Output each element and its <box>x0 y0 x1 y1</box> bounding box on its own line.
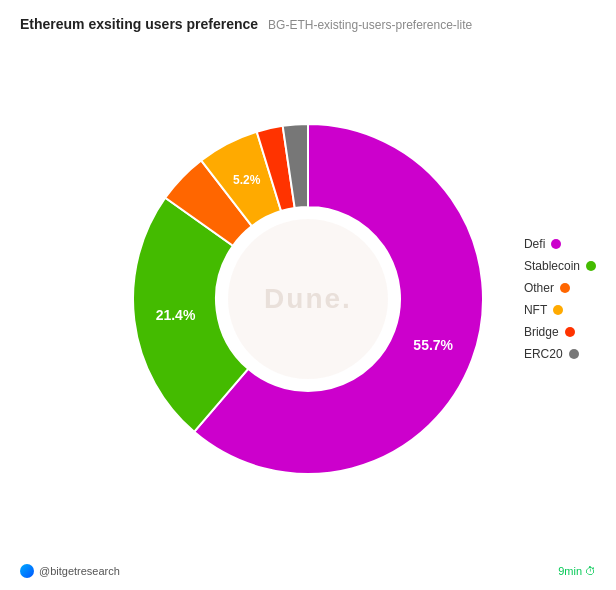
legend-label-other: Other <box>524 281 554 295</box>
legend-dot-other <box>560 283 570 293</box>
legend-item-nft: NFT <box>524 303 596 317</box>
legend-label-nft: NFT <box>524 303 547 317</box>
brand-credit: @bitgetresearch <box>20 564 120 578</box>
chart-area: 55.7%21.4%5.2% Dune. DefiStablecoinOther… <box>20 42 596 556</box>
brand-text: @bitgetresearch <box>39 565 120 577</box>
donut-chart: 55.7%21.4%5.2% Dune. <box>118 109 498 489</box>
legend-item-bridge: Bridge <box>524 325 596 339</box>
legend-item-erc20: ERC20 <box>524 347 596 361</box>
brand-icon <box>20 564 34 578</box>
time-badge: 9min ⏱ <box>558 565 596 577</box>
legend-dot-defi <box>551 239 561 249</box>
legend-dot-erc20 <box>569 349 579 359</box>
svg-point-1 <box>228 219 388 379</box>
chart-legend: DefiStablecoinOtherNFTBridgeERC20 <box>524 237 596 361</box>
chart-header: Ethereum exsiting users preference BG-ET… <box>20 16 596 32</box>
legend-item-stablecoin: Stablecoin <box>524 259 596 273</box>
chart-footer: @bitgetresearch 9min ⏱ <box>20 564 596 578</box>
legend-item-defi: Defi <box>524 237 596 251</box>
label-stablecoin: 21.4% <box>156 307 196 323</box>
chart-title: Ethereum exsiting users preference <box>20 16 258 32</box>
chart-subtitle: BG-ETH-existing-users-preference-lite <box>268 18 472 32</box>
legend-label-defi: Defi <box>524 237 545 251</box>
page-container: Ethereum exsiting users preference BG-ET… <box>0 0 616 590</box>
legend-dot-bridge <box>565 327 575 337</box>
legend-item-other: Other <box>524 281 596 295</box>
legend-label-bridge: Bridge <box>524 325 559 339</box>
legend-dot-nft <box>553 305 563 315</box>
legend-label-erc20: ERC20 <box>524 347 563 361</box>
donut-svg: 55.7%21.4%5.2% <box>118 109 498 489</box>
legend-label-stablecoin: Stablecoin <box>524 259 580 273</box>
label-nft: 5.2% <box>233 173 261 187</box>
legend-dot-stablecoin <box>586 261 596 271</box>
time-value: 9min <box>558 565 582 577</box>
time-icon: ⏱ <box>585 565 596 577</box>
label-defi: 55.7% <box>413 337 453 353</box>
